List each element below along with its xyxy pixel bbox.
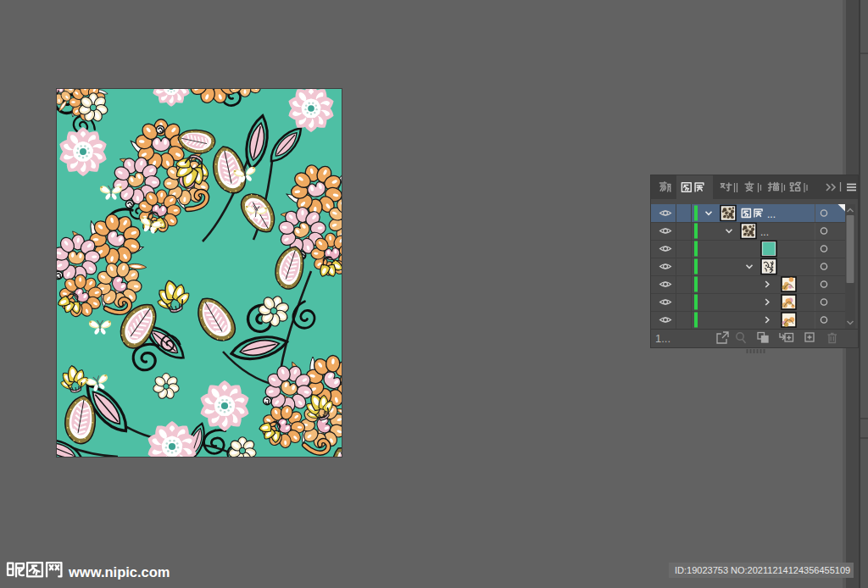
svg-text:1...: 1... — [655, 332, 670, 345]
svg-text:...: ... — [767, 208, 776, 220]
svg-text:...: ... — [760, 226, 769, 238]
